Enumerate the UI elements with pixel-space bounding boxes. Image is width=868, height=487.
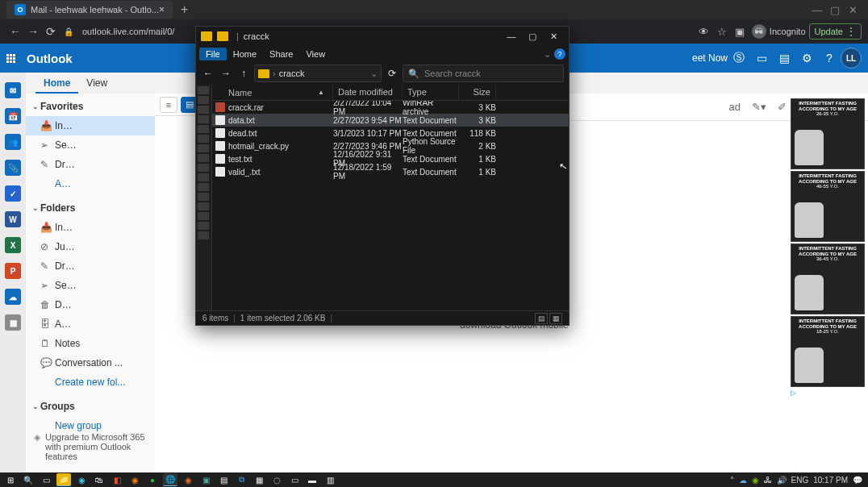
toolbar-download[interactable]: ad (729, 101, 741, 113)
rail-app[interactable]: ✉ (5, 82, 21, 98)
chrome-taskbar-icon[interactable]: 🌐 (163, 473, 177, 486)
notifications-tray-icon[interactable]: 💬 (853, 476, 862, 485)
view-large-icon[interactable]: ▦ (549, 313, 562, 324)
address-dropdown-icon[interactable]: ⌄ (370, 69, 378, 79)
meet-now-label[interactable]: eet Now (692, 52, 728, 64)
explorer-close-icon[interactable]: ✕ (543, 27, 564, 45)
menu-share[interactable]: Share (263, 48, 299, 60)
avatar[interactable]: LL (841, 48, 862, 69)
app-taskbar-icon[interactable]: ▬ (305, 473, 319, 486)
explorer-maximize-icon[interactable]: ▢ (522, 27, 543, 45)
rail-app[interactable]: ✓ (5, 185, 21, 202)
file-row[interactable]: valid_.txt12/18/2022 1:59 PMText Documen… (212, 165, 569, 178)
ad-card[interactable]: INTERMITTENT FASTING ACCORDING TO MY AGE… (791, 171, 865, 242)
sidebar-item-junk[interactable]: ⊘Ju… (26, 237, 155, 256)
file-row[interactable]: cracck.rar2/27/2022 10:04 PMWinRAR archi… (212, 101, 569, 114)
start-button[interactable]: ⊞ (3, 473, 18, 486)
toolbar-edit-icon[interactable]: ✎▾ (752, 101, 766, 113)
extension-icon[interactable]: ▣ (731, 26, 749, 38)
eye-off-icon[interactable]: 👁 (695, 26, 713, 38)
sidebar-item-drafts2[interactable]: ✎Dr… (26, 256, 155, 276)
sidebar-item-inbox2[interactable]: 📥In… (26, 218, 155, 237)
window-restore-icon[interactable]: ▢ (826, 4, 844, 16)
app-taskbar-icon[interactable]: ▣ (198, 473, 213, 486)
address-bar[interactable]: › cracck ⌄ (254, 65, 382, 82)
rail-app[interactable]: 👥 (5, 134, 21, 150)
reload-icon[interactable]: ⟳ (42, 25, 60, 38)
sidebar-item-drafts[interactable]: ✎Dr… (26, 155, 155, 174)
rail-app[interactable]: X (5, 237, 21, 253)
menu-view[interactable]: View (299, 48, 332, 60)
back-icon[interactable]: ← (6, 25, 24, 38)
immersive-reader-icon[interactable]: ▭ (750, 52, 773, 65)
browser-tab[interactable]: O Mail - leehwak leehwak - Outlo... × (6, 1, 173, 19)
app-taskbar-icon[interactable]: ◧ (110, 473, 124, 486)
sidebar-item-sent2[interactable]: ➢Se… (26, 276, 155, 295)
sidebar-item-sent[interactable]: ➢Se… (26, 135, 155, 155)
skype-icon[interactable]: Ⓢ (728, 51, 750, 65)
toolbar-highlight-icon[interactable]: ✐ (778, 101, 787, 113)
bookmark-icon[interactable]: ☆ (713, 26, 731, 38)
menu-file[interactable]: File (199, 48, 227, 60)
network-icon[interactable]: 🖧 (764, 476, 772, 485)
tab-home[interactable]: Home (35, 74, 78, 94)
help-button[interactable]: ? (554, 48, 565, 60)
sidebar-item-archive[interactable]: 🗄A… (26, 314, 155, 334)
add-favorite-link[interactable]: A… (26, 174, 155, 194)
app-taskbar-icon[interactable]: ◌ (269, 473, 284, 486)
explorer-minimize-icon[interactable]: — (501, 27, 522, 45)
explorer-navpane[interactable] (196, 85, 212, 310)
favorites-header[interactable]: ⌄Favorites (26, 97, 155, 116)
incognito-indicator[interactable]: 🕶 Incognito (752, 24, 806, 39)
app-taskbar-icon[interactable]: ▦ (252, 473, 266, 486)
rail-app[interactable]: W (5, 211, 21, 227)
help-icon[interactable]: ? (818, 52, 841, 65)
refresh-icon[interactable]: ⟳ (385, 68, 399, 79)
notifications-icon[interactable]: ▤ (773, 52, 795, 65)
task-view-icon[interactable]: ▭ (39, 473, 53, 486)
settings-icon[interactable]: ⚙ (795, 52, 818, 65)
update-button[interactable]: Update (809, 23, 862, 40)
lang-indicator[interactable]: ENG (791, 476, 809, 485)
app-taskbar-icon[interactable]: ▭ (287, 473, 302, 486)
explorer-titlebar[interactable]: | cracck — ▢ ✕ (196, 27, 569, 46)
vscode-taskbar-icon[interactable]: ⧉ (234, 473, 248, 486)
onedrive-icon[interactable]: ☁ (739, 476, 747, 485)
ribbon-expand-icon[interactable]: ⌄ (544, 49, 551, 60)
edge-taskbar-icon[interactable]: ◉ (74, 473, 89, 486)
tab-close-icon[interactable]: × (159, 4, 165, 15)
nav-back-icon[interactable]: ← (201, 68, 215, 79)
address-text[interactable]: outlook.live.com/mail/0/ (82, 27, 174, 36)
app-launcher-icon[interactable] (6, 54, 15, 63)
app-taskbar-icon[interactable]: ◉ (127, 473, 142, 486)
explorer-taskbar-icon[interactable]: 📁 (56, 473, 71, 486)
ad-card[interactable]: INTERMITTENT FASTING ACCORDING TO MY AGE… (791, 316, 865, 387)
clock[interactable]: 10:17 PM (813, 476, 848, 485)
rail-app[interactable]: 📎 (5, 160, 21, 176)
ad-card[interactable]: INTERMITTENT FASTING ACCORDING TO MY AGE… (791, 244, 865, 314)
search-taskbar-icon[interactable]: 🔍 (21, 473, 35, 486)
sidebar-item-inbox[interactable]: 📥In… (26, 116, 155, 135)
app-taskbar-icon[interactable]: ▤ (216, 473, 231, 486)
tray-chevron-icon[interactable]: ˄ (730, 476, 734, 485)
view-focused-button[interactable]: ≡ (160, 97, 177, 113)
new-tab-button[interactable]: + (181, 2, 188, 17)
ad-card[interactable]: INTERMITTENT FASTING ACCORDING TO MY AGE… (791, 98, 865, 169)
app-taskbar-icon[interactable]: ● (145, 473, 160, 486)
file-row[interactable]: dead.txt3/1/2023 10:17 PMText Document11… (212, 127, 569, 139)
col-size[interactable]: Size (459, 85, 496, 100)
system-tray[interactable]: ˄ ☁ ◉ 🖧 🔊 ENG 10:17 PM 💬 (728, 476, 865, 485)
sidebar-item-deleted[interactable]: 🗑D… (26, 295, 155, 314)
volume-icon[interactable]: 🔊 (777, 476, 787, 485)
app-taskbar-icon[interactable]: ◉ (181, 473, 195, 486)
window-minimize-icon[interactable]: — (808, 4, 826, 16)
rail-app[interactable]: P (5, 263, 21, 279)
col-date[interactable]: Date modified (333, 85, 403, 100)
store-taskbar-icon[interactable]: 🛍 (92, 473, 106, 486)
file-row[interactable]: data.txt2/27/2023 9:54 PMText Document3 … (212, 114, 569, 127)
rail-app[interactable]: 📅 (5, 108, 21, 124)
forward-icon[interactable]: → (24, 25, 42, 38)
window-close-icon[interactable]: ✕ (844, 4, 862, 16)
sidebar-item-notes[interactable]: 🗒Notes (26, 334, 155, 353)
upgrade-banner[interactable]: ◈ Upgrade to Microsoft 365 with premium … (26, 427, 155, 466)
